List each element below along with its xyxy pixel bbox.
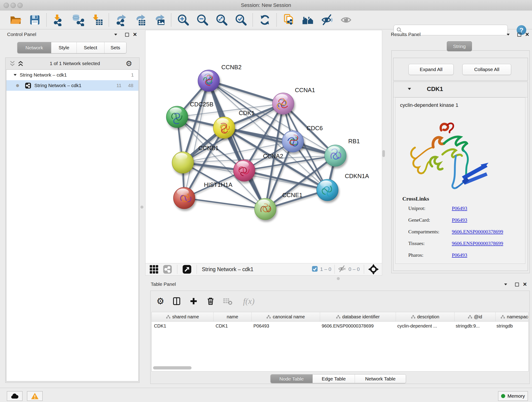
open-file-button[interactable] [6, 12, 25, 27]
column-header-shared-name[interactable]: shared name [152, 312, 214, 321]
add-column-icon[interactable] [189, 297, 198, 306]
zoom-in-button[interactable] [174, 12, 193, 27]
network-options-gear-icon[interactable]: ⚙ [126, 60, 132, 67]
selected-checkbox-icon[interactable] [312, 266, 318, 273]
column-header-canonical-name[interactable]: canonical name [252, 312, 320, 321]
network-canvas[interactable]: CCNB2CCNA1CDC25BCDK1CDC6RB1CCNB1CCNA2CDK… [145, 30, 382, 264]
tab-network-table[interactable]: Network Table [355, 375, 406, 383]
tab-network[interactable]: Network [17, 42, 51, 53]
import-network-database-icon [72, 14, 84, 26]
results-panel-float-icon[interactable] [516, 33, 522, 40]
crosslink-link[interactable]: P06493 [452, 205, 467, 211]
crosslink-link[interactable]: P06493 [452, 252, 467, 258]
tab-string[interactable]: String [447, 41, 472, 51]
results-button-bar: Expand All Collapse All [393, 58, 528, 81]
cloud-button[interactable] [7, 391, 22, 401]
crosslink-link[interactable]: 9606.ENSP00000378699 [452, 229, 503, 235]
fit-selected-crosshair-icon[interactable] [368, 264, 379, 274]
tab-edge-table[interactable]: Edge Table [313, 375, 355, 383]
table-panel-menu-icon[interactable] [503, 282, 509, 289]
expand-all-button[interactable]: Expand All [409, 64, 454, 75]
tab-select[interactable]: Select [77, 42, 104, 53]
collection-expand-icon[interactable] [14, 74, 17, 76]
edge-CCNB2-CCNA1[interactable] [209, 81, 283, 104]
crosslink-link[interactable]: P06493 [452, 217, 467, 223]
save-session-button[interactable] [25, 12, 44, 27]
tab-sets[interactable]: Sets [104, 42, 126, 53]
edge-HIST1H1A-CCNE1[interactable] [184, 198, 265, 209]
split-columns-icon[interactable] [172, 297, 181, 306]
control-panel-float-icon[interactable] [124, 33, 130, 40]
right-splitter-handle[interactable] [382, 150, 385, 157]
network-from-selection-icon [283, 14, 295, 26]
bottom-splitter-handle[interactable] [337, 277, 340, 280]
network-view-share-icon[interactable] [163, 265, 172, 274]
delete-table-icon[interactable] [223, 297, 233, 305]
collapse-all-icon[interactable] [9, 60, 16, 67]
grid-view-icon[interactable] [149, 264, 159, 274]
network-graph[interactable]: CCNB2CCNA1CDC25BCDK1CDC6RB1CCNB1CCNA2CDK… [146, 30, 381, 263]
show-all-button[interactable] [337, 12, 356, 27]
network-node-HIST1H1A[interactable] [173, 187, 195, 209]
network-row-selected[interactable]: String Network – cdk1 11 48 [6, 80, 138, 91]
delete-column-trash-icon[interactable] [206, 297, 215, 306]
crosslink-label: Pharos: [408, 252, 423, 258]
zoom-fit-button[interactable] [212, 12, 231, 27]
tab-style[interactable]: Style [51, 42, 77, 53]
table-options-gear-icon[interactable]: ⚙ [157, 297, 164, 306]
left-splitter-handle[interactable] [140, 206, 143, 209]
export-table-button[interactable] [131, 12, 150, 27]
status-bar: Memory [0, 388, 532, 402]
memory-button[interactable]: Memory [498, 391, 528, 401]
network-node-CDKN1A[interactable] [317, 179, 338, 201]
warnings-button[interactable] [27, 391, 43, 401]
network-node-CCNB2[interactable] [198, 70, 220, 91]
column-header-name[interactable]: name [214, 312, 252, 321]
network-node-RB1[interactable] [325, 145, 346, 166]
network-node-CDC6[interactable] [282, 131, 304, 152]
apply-layout-icon [259, 14, 271, 26]
zoom-selected-button[interactable] [231, 12, 251, 27]
table-panel-float-icon[interactable] [514, 283, 520, 289]
crosslink-link[interactable]: 9606.ENSP00000378699 [452, 240, 503, 246]
network-from-selection-button[interactable] [279, 12, 298, 27]
crosslink-row: Compartments:9606.ENSP00000378699 [395, 229, 525, 240]
network-node-CCNA1[interactable] [272, 93, 294, 114]
column-header--id[interactable]: @id [455, 312, 496, 321]
zoom-out-button[interactable] [193, 12, 212, 27]
network-node-CDK1[interactable] [213, 117, 235, 138]
network-node-CDC25B[interactable] [166, 106, 188, 128]
column-header-namespace[interactable]: namespace [496, 312, 529, 321]
hide-selected-button[interactable] [317, 12, 337, 27]
results-panel-menu-icon[interactable] [505, 32, 511, 39]
results-panel-close-icon[interactable]: ✕ [524, 32, 530, 38]
first-neighbors-button[interactable] [298, 12, 317, 27]
column-header-description[interactable]: description [396, 312, 455, 321]
export-image-button[interactable] [150, 12, 169, 27]
gene-collapse-icon[interactable] [408, 88, 411, 90]
export-network-button[interactable] [111, 12, 131, 27]
import-table-button[interactable] [88, 12, 107, 27]
control-panel-menu-icon[interactable] [113, 32, 119, 39]
table-header-row: shared namename canonical name database … [152, 312, 528, 322]
network-collection-row[interactable]: String Network – cdk1 1 [6, 70, 138, 80]
column-header-database-identifier[interactable]: database identifier [320, 312, 396, 321]
horizontal-scrollbar[interactable] [153, 366, 191, 370]
tab-node-table[interactable]: Node Table [271, 375, 313, 383]
import-network-button[interactable] [49, 12, 68, 27]
import-network-database-button[interactable] [68, 12, 88, 27]
function-builder-icon[interactable]: f(x) [243, 296, 254, 306]
table-row[interactable]: CDK1CDK1P064939606.ENSP00000378699cyclin… [152, 322, 528, 330]
network-node-CCNB1[interactable] [172, 152, 194, 173]
network-node-CCNA2[interactable] [234, 160, 255, 181]
expand-all-icon[interactable] [17, 60, 24, 67]
birds-eye-view-icon[interactable] [182, 265, 191, 274]
apply-layout-button[interactable] [255, 12, 274, 27]
divider [196, 265, 197, 274]
gene-section-header[interactable]: CDK1 [393, 82, 528, 97]
collapse-all-button[interactable]: Collapse All [462, 64, 511, 75]
hidden-eye-slash-icon[interactable] [338, 265, 346, 274]
network-node-CCNE1[interactable] [254, 198, 276, 220]
table-panel-close-icon[interactable]: ✕ [522, 281, 528, 288]
control-panel-close-icon[interactable]: ✕ [132, 32, 138, 38]
